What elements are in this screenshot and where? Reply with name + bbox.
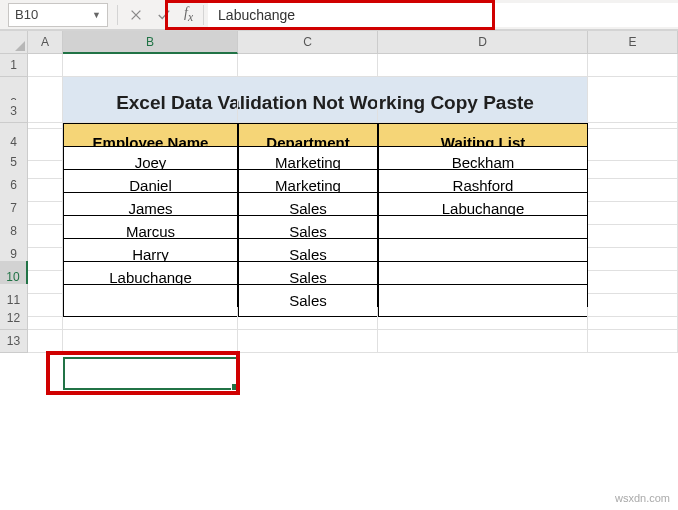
annotation-highlight-b10 [46,351,240,395]
cell-b12[interactable] [63,307,238,330]
watermark: wsxdn.com [615,492,670,504]
cell-d3[interactable] [378,100,588,123]
cell-e3[interactable] [588,100,678,123]
spreadsheet-grid[interactable]: A B C D E 1 2 Excel Data Validation Not … [0,30,678,353]
cell-a13[interactable] [28,330,63,353]
name-box[interactable]: B10 ▼ [8,3,108,27]
select-all-corner[interactable] [0,31,28,54]
name-box-dropdown-icon[interactable]: ▼ [92,10,101,20]
cell-c1[interactable] [238,54,378,77]
cell-d12[interactable] [378,307,588,330]
enter-button[interactable] [150,3,178,27]
row-header-12[interactable]: 12 [0,307,28,330]
col-header-c[interactable]: C [238,31,378,54]
cell-b3[interactable] [63,100,238,123]
cell-c13[interactable] [238,330,378,353]
cell-c3[interactable] [238,100,378,123]
col-header-a[interactable]: A [28,31,63,54]
formula-input-value: Labuchange [218,7,295,23]
cell-c12[interactable] [238,307,378,330]
row-header-13[interactable]: 13 [0,330,28,353]
fx-label[interactable]: fx [184,5,193,24]
cell-a12[interactable] [28,307,63,330]
formula-input[interactable]: Labuchange [208,3,678,27]
cell-e1[interactable] [588,54,678,77]
active-cell-indicator [63,357,238,390]
cell-e13[interactable] [588,330,678,353]
cell-d13[interactable] [378,330,588,353]
name-box-value: B10 [15,7,92,22]
cell-a1[interactable] [28,54,63,77]
formula-bar: B10 ▼ fx Labuchange [0,0,678,30]
separator [117,5,118,25]
separator [203,5,204,25]
col-header-b[interactable]: B [63,31,238,54]
col-header-e[interactable]: E [588,31,678,54]
x-icon [129,8,143,22]
row-header-1[interactable]: 1 [0,54,28,77]
row-header-3[interactable]: 3 [0,100,28,123]
check-icon [157,8,171,22]
cell-b13[interactable] [63,330,238,353]
cell-a3[interactable] [28,100,63,123]
cancel-button[interactable] [122,3,150,27]
cell-e12[interactable] [588,307,678,330]
col-header-d[interactable]: D [378,31,588,54]
cell-b1[interactable] [63,54,238,77]
cell-d1[interactable] [378,54,588,77]
